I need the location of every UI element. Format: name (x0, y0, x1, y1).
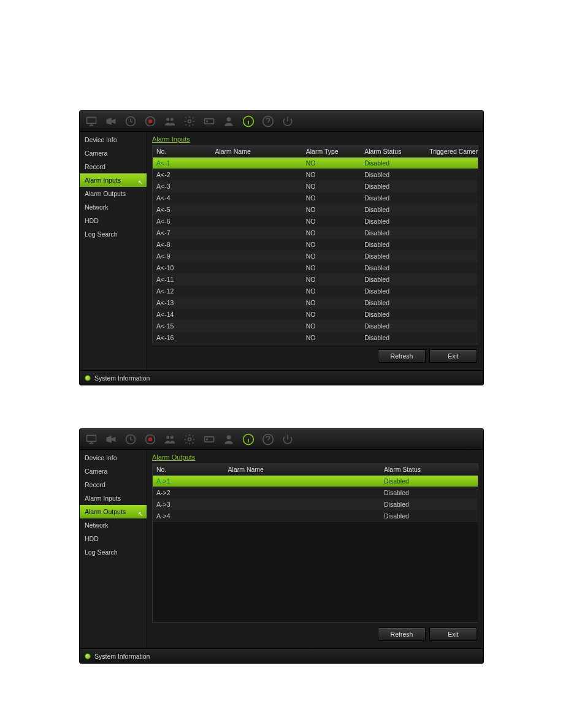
sidebar-item-network[interactable]: Network (80, 200, 147, 214)
cell: NO (302, 239, 361, 250)
camera-icon[interactable] (102, 113, 120, 129)
col-status[interactable]: Alarm Status (380, 464, 478, 475)
cell (224, 499, 380, 510)
cell (211, 251, 302, 262)
col-type[interactable]: Alarm Type (302, 146, 361, 157)
table-row[interactable]: A<-6NODisabled (153, 216, 478, 227)
exit-button[interactable]: Exit (429, 349, 477, 363)
gear-icon[interactable] (180, 431, 199, 447)
col-name[interactable]: Alarm Name (211, 146, 302, 157)
table-row[interactable]: A<-11NODisabled (153, 274, 478, 286)
col-no[interactable]: No. (153, 146, 211, 157)
sidebar-item-log-search[interactable]: Log Search (80, 545, 147, 559)
clock-icon[interactable] (121, 431, 140, 447)
camera-icon[interactable] (102, 431, 120, 447)
sidebar-item-camera[interactable]: Camera (80, 146, 147, 160)
col-name[interactable]: Alarm Name (224, 464, 380, 475)
status-dot-icon (85, 653, 91, 659)
sidebar-item-record[interactable]: Record (80, 478, 147, 491)
record-icon[interactable] (141, 431, 159, 447)
cell: Disabled (361, 169, 426, 180)
cell: A->4 (153, 510, 224, 521)
cursor-icon: ↖ (138, 179, 143, 186)
info-icon[interactable] (239, 113, 258, 129)
monitor-icon[interactable] (82, 113, 101, 129)
table-row[interactable]: A<-7NODisabled (153, 227, 478, 239)
sidebar-item-alarm-outputs[interactable]: Alarm Outputs↖ (80, 505, 147, 518)
cell: Disabled (361, 251, 426, 262)
user-icon[interactable] (220, 431, 238, 447)
sidebar-item-record[interactable]: Record (80, 160, 147, 173)
table-row[interactable]: A<-5NODisabled (153, 204, 478, 216)
user-icon[interactable] (220, 113, 238, 129)
table-row[interactable]: A<-14NODisabled (153, 309, 478, 320)
table-row[interactable]: A<-13NODisabled (153, 297, 478, 309)
panel-alarm-outputs: Device InfoCameraRecordAlarm InputsAlarm… (79, 428, 484, 664)
status-bar: System Information (80, 370, 483, 385)
monitor-icon[interactable] (82, 431, 101, 447)
table-row[interactable]: A<-12NODisabled (153, 286, 478, 297)
cell (426, 297, 478, 308)
table-row[interactable]: A<-16NODisabled (153, 332, 478, 344)
table-row[interactable]: A<-8NODisabled (153, 239, 478, 251)
svg-point-9 (227, 117, 231, 121)
sidebar-item-device-info[interactable]: Device Info (80, 133, 147, 146)
sidebar-item-alarm-inputs[interactable]: Alarm Inputs↖ (80, 173, 147, 187)
sidebar-item-alarm-outputs[interactable]: Alarm Outputs (80, 187, 147, 200)
sidebar-item-hdd[interactable]: HDD (80, 532, 147, 545)
sidebar-item-device-info[interactable]: Device Info (80, 451, 147, 464)
sidebar-item-hdd[interactable]: HDD (80, 214, 147, 227)
sidebar-item-log-search[interactable]: Log Search (80, 227, 147, 241)
table-row[interactable]: A<-10NODisabled (153, 262, 478, 274)
cell: A<-7 (153, 227, 211, 238)
help-icon[interactable] (259, 113, 277, 129)
people-icon[interactable] (161, 431, 179, 447)
cell: A<-5 (153, 204, 211, 215)
cell: Disabled (361, 320, 426, 332)
hdd-icon[interactable] (200, 113, 218, 129)
power-icon[interactable] (278, 113, 297, 129)
cell (426, 332, 478, 343)
power-icon[interactable] (278, 431, 297, 447)
cell: Disabled (380, 487, 478, 498)
cell: Disabled (361, 262, 426, 273)
cell: A<-3 (153, 181, 211, 192)
sidebar-item-alarm-inputs[interactable]: Alarm Inputs (80, 491, 147, 505)
cell (426, 216, 478, 227)
cell: A<-9 (153, 251, 211, 262)
col-status[interactable]: Alarm Status (361, 146, 426, 157)
table-row[interactable]: A<-3NODisabled (153, 181, 478, 192)
cell (211, 216, 302, 227)
sidebar-item-network[interactable]: Network (80, 518, 147, 532)
svg-rect-19 (205, 436, 214, 441)
table-row[interactable]: A->3Disabled (153, 499, 478, 510)
gear-icon[interactable] (180, 113, 199, 129)
refresh-button[interactable]: Refresh (378, 349, 426, 363)
exit-button[interactable]: Exit (429, 628, 477, 641)
table-row[interactable]: A<-2NODisabled (153, 169, 478, 181)
cell: NO (302, 216, 361, 227)
table-row[interactable]: A->4Disabled (153, 510, 478, 522)
cell: NO (302, 227, 361, 238)
status-text: System Information (94, 374, 150, 382)
svg-point-6 (188, 119, 191, 123)
table-row[interactable]: A->2Disabled (153, 487, 478, 499)
col-no[interactable]: No. (153, 464, 224, 475)
table-row[interactable]: A<-1NODisabled (153, 157, 478, 169)
cell (211, 169, 302, 180)
cell: Disabled (361, 216, 426, 227)
info-icon[interactable] (239, 431, 258, 447)
table-row[interactable]: A<-4NODisabled (153, 192, 478, 204)
clock-icon[interactable] (121, 113, 140, 129)
table-row[interactable]: A<-15NODisabled (153, 320, 478, 332)
sidebar-item-camera[interactable]: Camera (80, 464, 147, 478)
breadcrumb: Alarm Outputs (152, 453, 478, 461)
table-row[interactable]: A->1Disabled (153, 476, 478, 487)
refresh-button[interactable]: Refresh (378, 628, 426, 641)
people-icon[interactable] (161, 113, 179, 129)
hdd-icon[interactable] (200, 431, 218, 447)
record-icon[interactable] (141, 113, 159, 129)
table-row[interactable]: A<-9NODisabled (153, 251, 478, 262)
help-icon[interactable] (259, 431, 277, 447)
col-camera[interactable]: Triggered Camera (426, 146, 478, 157)
